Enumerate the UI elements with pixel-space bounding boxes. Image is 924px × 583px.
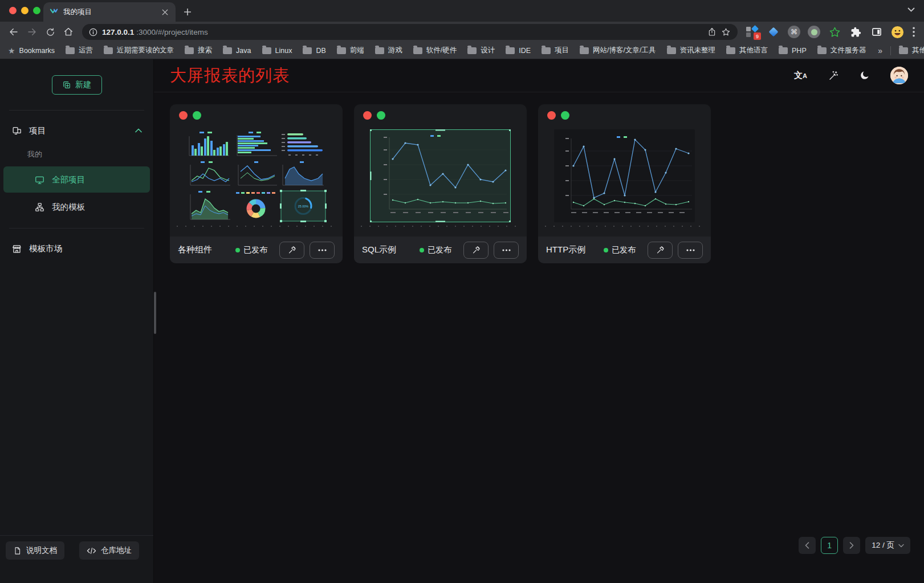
back-button[interactable]: [6, 24, 22, 40]
repository-button[interactable]: 仓库地址: [79, 541, 139, 560]
sidebar-item-my-templates[interactable]: 我的模板: [3, 194, 150, 220]
project-name: 各种组件: [178, 244, 212, 255]
docs-button[interactable]: 说明文档: [6, 541, 64, 560]
status-badge: 已发布: [604, 245, 636, 255]
language-toggle-icon[interactable]: 文A: [794, 70, 807, 81]
extension-record-icon[interactable]: [808, 26, 820, 38]
new-project-button[interactable]: 新建: [52, 75, 102, 95]
browser-tab[interactable]: 我的项目: [43, 2, 176, 22]
bookmark-item[interactable]: 前端: [337, 46, 364, 55]
chevron-up-icon[interactable]: [135, 128, 142, 133]
bookmark-item[interactable]: 软件/硬件: [413, 46, 457, 55]
project-card[interactable]: SQL示例 已发布: [354, 104, 527, 263]
bookmarks-overflow-icon[interactable]: »: [878, 46, 882, 55]
profile-avatar-icon[interactable]: [891, 26, 904, 39]
chevron-left-icon: [805, 542, 809, 549]
bookmark-item[interactable]: DB: [303, 47, 325, 55]
extension-cmd-icon[interactable]: ⌘: [788, 26, 800, 38]
bookmark-item[interactable]: 项目: [542, 46, 569, 55]
forward-button[interactable]: [24, 24, 40, 40]
dotted-separator: [361, 226, 520, 227]
project-name: SQL示例: [362, 244, 396, 255]
folder-icon: [506, 47, 515, 54]
folder-icon: [303, 47, 312, 54]
page-header: 大屏报表的列表 文A: [154, 59, 924, 92]
share-icon[interactable]: [707, 27, 717, 36]
folder-icon: [817, 47, 827, 54]
bookmark-item[interactable]: PHP: [779, 47, 807, 55]
bookmark-item[interactable]: 搜索: [185, 46, 212, 55]
browser-window: 我的项目 127.0.0.1:3000/#/proj: [0, 0, 924, 583]
close-window-button[interactable]: [9, 7, 17, 14]
sidebar-group-projects[interactable]: 项目: [0, 117, 153, 144]
magic-wand-icon[interactable]: [828, 70, 838, 81]
side-panel-icon[interactable]: [870, 25, 884, 39]
bookmark-item[interactable]: Linux: [262, 47, 292, 55]
browser-menu-icon[interactable]: [911, 27, 916, 37]
bookmark-item[interactable]: Java: [223, 47, 251, 55]
card-footer: SQL示例 已发布: [354, 237, 527, 263]
extension-star-icon[interactable]: [828, 25, 841, 39]
home-button[interactable]: [60, 24, 76, 40]
address-bar[interactable]: 127.0.0.1:3000/#/project/items: [82, 24, 738, 40]
bookmark-item[interactable]: ★Bookmarks: [8, 46, 55, 55]
minimize-window-button[interactable]: [21, 7, 29, 14]
next-page-button[interactable]: [843, 537, 860, 554]
folder-icon: [467, 47, 477, 54]
bookmark-item[interactable]: 其他语言: [726, 46, 768, 55]
more-button[interactable]: [494, 242, 519, 259]
tab-close-icon[interactable]: [160, 7, 170, 17]
tab-strip: 我的项目: [0, 0, 924, 22]
new-tab-button[interactable]: [180, 5, 195, 19]
code-icon: [87, 547, 96, 555]
bookmark-item[interactable]: 资讯未整理: [667, 46, 716, 55]
new-plus-icon: [62, 80, 71, 89]
current-page-button[interactable]: 1: [821, 537, 838, 554]
bookmark-item[interactable]: 近期需要读的文章: [104, 46, 174, 55]
extension-grid-icon[interactable]: 9: [746, 25, 759, 39]
bookmark-item[interactable]: 运营: [66, 46, 93, 55]
sidebar-divider: [9, 110, 144, 111]
tab-search-icon[interactable]: [907, 7, 915, 12]
edit-build-button[interactable]: [463, 242, 489, 259]
folder-icon: [667, 47, 676, 54]
tab-title: 我的项目: [63, 7, 156, 17]
prev-page-button[interactable]: [799, 537, 816, 554]
more-button[interactable]: [678, 242, 703, 259]
bookmark-item[interactable]: 网站/博客/文章/工具: [580, 46, 656, 55]
project-thumbnail[interactable]: 25.00%: [186, 129, 327, 222]
bookmark-item[interactable]: 游戏: [375, 46, 402, 55]
dark-mode-moon-icon[interactable]: [859, 70, 870, 81]
bookmark-item[interactable]: 设计: [467, 46, 495, 55]
edit-build-button[interactable]: [648, 242, 673, 259]
bookmark-item[interactable]: 文件服务器: [817, 46, 866, 55]
dotted-separator: [177, 226, 336, 227]
sidebar-item-template-market[interactable]: 模板市场: [0, 235, 153, 262]
scrollbar-thumb[interactable]: [154, 292, 156, 334]
screens-icon: [11, 125, 22, 136]
page-title: 大屏报表的列表: [170, 64, 290, 87]
extensions-puzzle-icon[interactable]: [849, 25, 862, 39]
reload-button[interactable]: [42, 24, 58, 40]
extension-gem-icon[interactable]: [767, 25, 780, 39]
page-info-icon[interactable]: [89, 28, 97, 36]
more-button[interactable]: [310, 242, 335, 259]
project-thumbnail[interactable]: [554, 129, 695, 222]
sidebar-item-all-projects[interactable]: 全部项目: [3, 166, 150, 193]
bookmark-item[interactable]: IDE: [506, 47, 531, 55]
sidebar-footer: 说明文档 仓库地址: [0, 535, 153, 583]
project-thumbnail[interactable]: [370, 129, 511, 222]
chevron-right-icon: [849, 542, 854, 549]
folder-icon: [413, 47, 422, 54]
bookmark-star-icon[interactable]: [721, 27, 731, 37]
project-card[interactable]: HTTP示例 已发布: [538, 104, 711, 263]
other-bookmarks[interactable]: 其他书签: [899, 46, 924, 55]
red-dot-icon: [547, 111, 556, 120]
edit-build-button[interactable]: [279, 242, 304, 259]
hammer-icon: [471, 245, 481, 255]
user-avatar[interactable]: [890, 67, 908, 84]
zoom-window-button[interactable]: [33, 7, 40, 14]
ellipsis-icon: [686, 249, 695, 251]
page-size-select[interactable]: 12 / 页: [865, 537, 910, 554]
project-card[interactable]: 25.00% 各种组件 已发布: [170, 104, 343, 263]
